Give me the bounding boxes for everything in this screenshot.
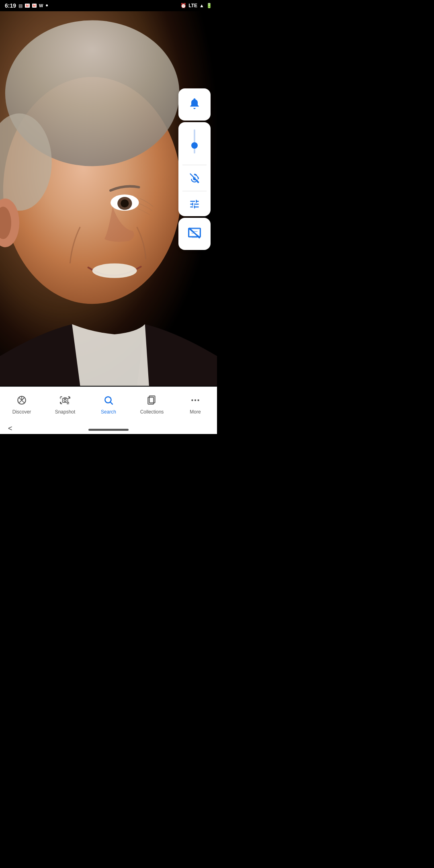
svg-point-21 (194, 399, 196, 401)
svg-point-16 (64, 399, 66, 401)
captions-off-icon (188, 227, 201, 241)
status-bar: 6:19 ▤ M M W • ⏰ LTE ▲ 🔋 (0, 0, 217, 11)
nav-item-snapshot[interactable]: Snapshot (43, 395, 87, 415)
sim-icon: ▤ (18, 3, 23, 8)
bottom-nav: Discover Snapshot Search (0, 387, 217, 423)
slider-track (194, 129, 195, 154)
audio-controls-card (178, 122, 211, 216)
music-off-icon (189, 172, 200, 184)
nav-item-collections[interactable]: Collections (130, 395, 174, 415)
more-icon (190, 395, 201, 407)
lte-icon: LTE (188, 3, 197, 8)
alarm-icon: ⏰ (180, 3, 186, 8)
signal-icon: ▲ (199, 3, 204, 8)
gmail-icon-2: M (32, 4, 37, 8)
discover-icon (16, 395, 27, 407)
back-button[interactable]: < (8, 424, 12, 433)
status-right: ⏰ LTE ▲ 🔋 (180, 3, 212, 8)
volume-slider-container[interactable] (194, 128, 195, 160)
wish-icon: W (39, 3, 43, 8)
svg-point-20 (191, 399, 193, 401)
divider-1 (182, 165, 207, 165)
gmail-icon: M (25, 4, 30, 8)
status-left: 6:19 ▤ M M W • (5, 2, 48, 9)
settings-sliders-icon (189, 199, 200, 210)
divider-2 (182, 191, 207, 191)
nav-gesture-bar: < (0, 423, 217, 434)
svg-point-9 (121, 199, 129, 207)
snapshot-label: Snapshot (55, 409, 76, 415)
more-label: More (190, 409, 201, 415)
bell-icon (188, 97, 201, 112)
dot-icon: • (45, 4, 48, 8)
svg-point-10 (92, 263, 137, 278)
nav-item-discover[interactable]: Discover (0, 395, 43, 415)
svg-point-22 (197, 399, 199, 401)
discover-label: Discover (12, 409, 31, 415)
snapshot-icon (60, 395, 70, 407)
controls-panel (178, 88, 211, 250)
audio-settings-button[interactable] (189, 196, 200, 212)
nav-item-more[interactable]: More (174, 395, 217, 415)
collections-icon (147, 395, 157, 407)
collections-label: Collections (140, 409, 164, 415)
home-indicator (88, 429, 129, 431)
nav-item-search[interactable]: Search (87, 395, 130, 415)
search-label: Search (101, 409, 116, 415)
music-off-button[interactable] (189, 170, 200, 186)
captions-off-card[interactable] (178, 218, 211, 250)
search-icon (103, 395, 114, 407)
battery-icon: 🔋 (206, 3, 212, 8)
time-display: 6:19 (5, 2, 16, 9)
slider-thumb[interactable] (191, 142, 198, 149)
notification-bell-card[interactable] (178, 88, 211, 121)
